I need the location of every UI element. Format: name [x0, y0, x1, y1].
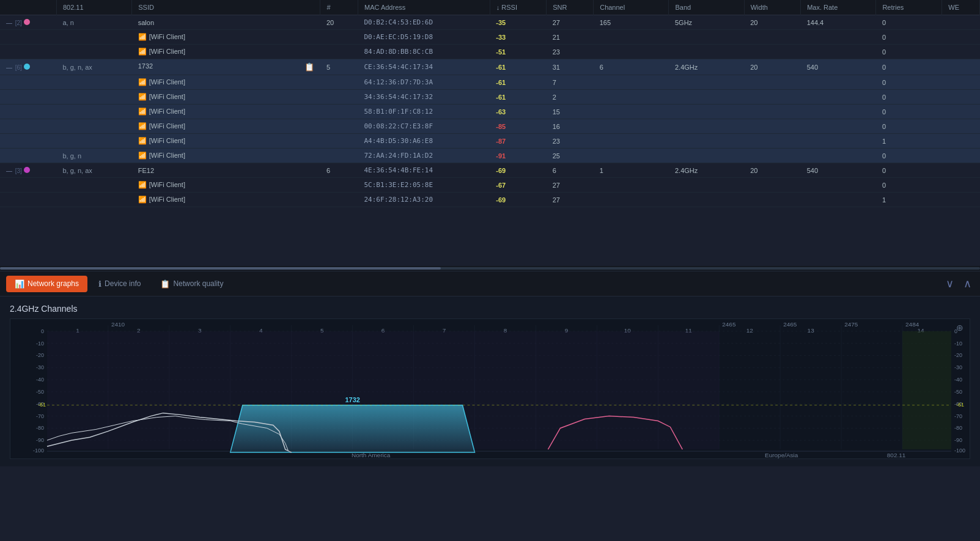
cell-channel	[594, 90, 669, 105]
cell-we	[942, 134, 980, 149]
cell-rssi: -69	[490, 163, 546, 178]
table-row[interactable]: 📶[WiFi Client] 58:B1:0F:1F:C8:12 -63 15 …	[0, 105, 980, 119]
col-we[interactable]: WE	[942, 0, 980, 15]
cell-expand: — [3]	[0, 163, 56, 178]
table-row[interactable]: 📶[WiFi Client] 24:6F:28:12:A3:20 -69 27 …	[0, 193, 980, 207]
col-802[interactable]: 802.11	[56, 0, 131, 15]
cell-standard: b, g, n	[56, 149, 131, 163]
col-channel[interactable]: Channel	[594, 0, 669, 15]
col-band[interactable]: Band	[669, 0, 744, 15]
wifi-icon: 📶	[138, 48, 147, 55]
svg-text:-90: -90	[36, 437, 44, 443]
cell-width: 20	[744, 163, 800, 178]
cell-snr: 27	[547, 193, 594, 207]
wifi-icon: 📶	[138, 93, 147, 100]
cell-num	[320, 134, 358, 149]
chevron-up-button[interactable]: ∧	[961, 274, 974, 293]
cell-expand: — [6]	[0, 59, 56, 75]
svg-text:-50: -50	[954, 389, 962, 395]
chart-section: 2.4GHz Channels ⊕ 0 -10 -20 -30 -40 -50	[0, 296, 980, 466]
cell-band	[669, 90, 744, 105]
table-row[interactable]: — [6] b, g, n, ax 1732📋 5 CE:36:54:4C:17…	[0, 59, 980, 75]
doc-icon[interactable]: 📋	[304, 62, 314, 72]
table-row[interactable]: 📶[WiFi Client] 00:08:22:C7:E3:8F -85 16 …	[0, 119, 980, 134]
cell-we	[942, 75, 980, 90]
count-badge: [2]	[15, 20, 22, 26]
zoom-icon[interactable]: ⊕	[956, 323, 963, 333]
svg-text:-80: -80	[36, 425, 44, 431]
svg-text:-100: -100	[954, 447, 965, 454]
tab-device-info[interactable]: ℹ Device info	[90, 276, 149, 292]
cell-num: 20	[320, 15, 358, 30]
col-num[interactable]: #	[320, 0, 358, 15]
svg-text:-10: -10	[954, 340, 962, 347]
col-maxrate[interactable]: Max. Rate	[801, 0, 876, 15]
table-row[interactable]: b, g, n 📶[WiFi Client] 72:AA:24:FD:1A:D2…	[0, 149, 980, 163]
table-row[interactable]: 📶[WiFi Client] 64:12:36:D7:7D:3A -61 7 0	[0, 75, 980, 90]
wifi-icon: 📶	[138, 181, 147, 188]
expand-btn[interactable]: —	[6, 64, 12, 71]
cell-standard	[56, 90, 131, 105]
cell-width	[744, 193, 800, 207]
cell-snr: 23	[547, 45, 594, 59]
cell-rssi: -63	[490, 105, 546, 119]
expand-btn[interactable]: —	[6, 20, 12, 26]
scrollbar-track[interactable]	[0, 267, 980, 270]
cell-num	[320, 178, 358, 193]
svg-text:-100: -100	[33, 447, 44, 454]
horizontal-scrollbar[interactable]	[0, 266, 980, 271]
col-retries[interactable]: Retries	[876, 0, 942, 15]
col-mac[interactable]: MAC Address	[358, 0, 490, 15]
cell-num: 5	[320, 59, 358, 75]
tab-network-quality[interactable]: 📋 Network quality	[152, 276, 232, 292]
col-width[interactable]: Width	[744, 0, 800, 15]
svg-text:-30: -30	[954, 364, 962, 370]
table-row[interactable]: 📶[WiFi Client] 84:AD:8D:BB:8C:CB -51 23 …	[0, 45, 980, 59]
cell-we	[942, 178, 980, 193]
cell-width	[744, 105, 800, 119]
cell-standard	[56, 193, 131, 207]
col-ssid[interactable]: SSID	[132, 0, 320, 15]
table-row[interactable]: — [2] a, n salon 20 D0:B2:C4:53:ED:6D -3…	[0, 15, 980, 30]
tab-network-graphs[interactable]: 📊 Network graphs	[6, 276, 87, 292]
cell-band	[669, 134, 744, 149]
expand-btn[interactable]: —	[6, 167, 12, 174]
cell-num	[320, 90, 358, 105]
col-snr[interactable]: SNR	[547, 0, 594, 15]
cell-standard	[56, 45, 131, 59]
table-row[interactable]: 📶[WiFi Client] 5C:B1:3E:E2:05:8E -67 27 …	[0, 178, 980, 193]
table-row[interactable]: 📶[WiFi Client] 34:36:54:4C:17:32 -61 2 0	[0, 90, 980, 105]
cell-maxrate	[801, 45, 876, 59]
cell-ssid: 📶[WiFi Client]	[132, 178, 320, 193]
cell-ssid: FE12	[132, 163, 320, 178]
scrollbar-thumb[interactable]	[0, 267, 441, 270]
col-rssi[interactable]: ↓ RSSI	[490, 0, 546, 15]
cell-mac: 24:6F:28:12:A3:20	[358, 193, 490, 207]
info-icon: ℹ	[98, 279, 101, 289]
cell-rssi: -51	[490, 45, 546, 59]
table-header-row: 802.11 SSID # MAC Address ↓ RSSI SNR Cha…	[0, 0, 980, 15]
cell-rssi: -61	[490, 90, 546, 105]
cell-channel	[594, 45, 669, 59]
cell-band: 2.4GHz	[669, 59, 744, 75]
table-row[interactable]: 📶[WiFi Client] D0:AE:EC:D5:19:D8 -33 21 …	[0, 30, 980, 45]
cell-mac: 64:12:36:D7:7D:3A	[358, 75, 490, 90]
cell-rssi: -35	[490, 15, 546, 30]
count-badge: [3]	[15, 167, 22, 174]
table-row[interactable]: — [3] b, g, n, ax FE12 6 4E:36:54:4B:FE:…	[0, 163, 980, 178]
cell-num	[320, 75, 358, 90]
cell-retries: 0	[876, 15, 942, 30]
cell-num	[320, 193, 358, 207]
cell-width	[744, 178, 800, 193]
svg-text:12: 12	[746, 327, 754, 334]
cell-rssi: -69	[490, 193, 546, 207]
chevron-down-button[interactable]: ∨	[943, 274, 956, 293]
cell-expand	[0, 119, 56, 134]
cell-maxrate: 144.4	[801, 15, 876, 30]
cell-maxrate	[801, 134, 876, 149]
cell-retries: 0	[876, 90, 942, 105]
svg-text:0: 0	[41, 328, 44, 334]
cell-maxrate	[801, 30, 876, 45]
svg-text:2465: 2465	[722, 321, 736, 328]
table-row[interactable]: 📶[WiFi Client] A4:4B:D5:30:A6:E8 -87 23 …	[0, 134, 980, 149]
